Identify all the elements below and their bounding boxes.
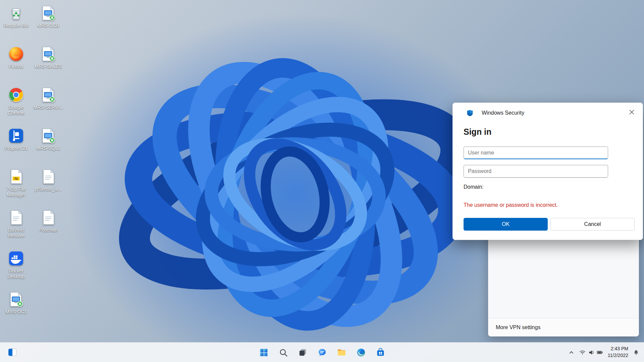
task-view-button[interactable]: [295, 345, 310, 360]
desktop-icon-docker-desktop[interactable]: Docker Desktop: [0, 248, 32, 289]
desktop-icon-mrs-dcb[interactable]: MRS-DCB: [32, 3, 64, 44]
desktop-icon-7-zip-file-manager[interactable]: 7z7-Zip File Manager: [0, 166, 32, 207]
chevron-up-icon: [568, 349, 575, 356]
rdp-icon: [8, 291, 24, 308]
desktop-icon-label: MRS-SERVI...: [33, 105, 63, 110]
desktop-icon-label: Recycle Bin: [4, 23, 29, 28]
search-icon: [278, 348, 288, 357]
desktop-icon-mrs-sql1[interactable]: MRS-SQL1: [32, 125, 64, 166]
microsoft-store-icon: [376, 348, 385, 357]
taskbar-tray: 2:43 PM 11/2/2022: [566, 343, 641, 362]
tray-date: 11/2/2022: [608, 352, 628, 359]
task-view-icon: [298, 348, 308, 357]
edge-icon: [356, 348, 366, 357]
tray-time: 2:43 PM: [608, 346, 628, 352]
taskbar: 2:43 PM 11/2/2022: [0, 342, 644, 362]
widgets-button[interactable]: [5, 345, 20, 360]
more-vpn-settings-link[interactable]: More VPN settings: [496, 324, 540, 330]
desktop-icon-pfsense-ik[interactable]: pfSense_ik...: [32, 166, 64, 207]
desktop-icon-label: Prophet 21: [5, 145, 28, 151]
edge-button[interactable]: [353, 345, 369, 360]
svg-text:7z: 7z: [14, 177, 18, 180]
windows-security-shield-icon: [466, 109, 474, 117]
microsoft-store-button[interactable]: [373, 345, 388, 360]
wifi-icon: [579, 349, 586, 356]
error-message: The username or password is incorrect.: [464, 202, 558, 208]
windows-desktop: Recycle BinFirefoxGoogle ChromeProphet 2…: [0, 0, 644, 362]
desktop-icon-label: MRS-SALES: [35, 64, 62, 69]
domain-label: Domain:: [464, 184, 484, 190]
desktop-icon-recycle-bin[interactable]: Recycle Bin: [0, 3, 32, 44]
desktop-icon-mrs-dc1[interactable]: MRS-DC1: [0, 289, 32, 330]
docker-icon: [8, 250, 24, 267]
notifications-icon: [633, 349, 639, 356]
quick-settings-button[interactable]: [577, 345, 605, 359]
desktop-icon-column-1: Recycle BinFirefoxGoogle ChromeProphet 2…: [0, 3, 32, 330]
battery-icon: [597, 349, 603, 356]
desktop-icon-label: MRS-SQL1: [36, 145, 60, 151]
desktop-icon-postman[interactable]: Postman: [32, 207, 64, 248]
hidden-icons-button[interactable]: [566, 345, 577, 359]
close-button[interactable]: [625, 106, 638, 118]
ok-button[interactable]: OK: [464, 218, 548, 231]
desktop-icon-mrs-sales[interactable]: MRS-SALES: [32, 44, 64, 84]
file-explorer-button[interactable]: [334, 345, 349, 360]
start-button[interactable]: [256, 345, 271, 360]
desktop-icon-mrs-servi[interactable]: MRS-SERVI...: [32, 84, 64, 125]
close-icon: [629, 110, 634, 115]
chat-button[interactable]: [314, 345, 330, 360]
desktop-icon-firefox[interactable]: Firefox: [0, 44, 32, 84]
rdp-icon: [40, 127, 57, 144]
desktop-icon-davinci-resolve[interactable]: DaVinci Resolve: [0, 207, 32, 248]
rdp-icon: [40, 86, 57, 103]
zip7-icon: 7z: [8, 168, 24, 185]
desktop-icon-label: Google Chrome: [0, 105, 32, 116]
file-icon: [8, 209, 24, 226]
username-input[interactable]: [464, 146, 608, 159]
desktop-icon-label: 7-Zip File Manager: [0, 186, 32, 197]
volume-icon: [588, 349, 594, 356]
widgets-icon: [7, 347, 17, 357]
desktop-icon-label: Docker Desktop: [0, 268, 32, 279]
firefox-icon: [8, 46, 24, 62]
taskbar-pinned-apps: [256, 343, 388, 362]
recycle-bin-icon: [8, 5, 24, 21]
windows-security-dialog: Windows Security Sign in Domain: The use…: [452, 103, 643, 240]
desktop-icon-label: MRS-DCB: [37, 23, 59, 28]
desktop-icon-google-chrome[interactable]: Google Chrome: [0, 84, 32, 125]
desktop-icon-label: Firefox: [9, 64, 23, 69]
rdp-icon: [40, 5, 57, 21]
dialog-title: Windows Security: [482, 110, 524, 116]
chat-icon: [317, 348, 327, 357]
file-explorer-icon: [337, 348, 346, 357]
desktop-icon-prophet-21[interactable]: Prophet 21: [0, 125, 32, 166]
rdp-icon: [40, 46, 57, 62]
prophet-icon: [8, 127, 24, 144]
search-button[interactable]: [275, 345, 291, 360]
desktop-icon-label: DaVinci Resolve: [0, 227, 32, 238]
file-icon: [40, 209, 57, 226]
cancel-button[interactable]: Cancel: [550, 218, 635, 231]
notifications-button[interactable]: [631, 345, 641, 359]
vpn-flyout-footer: More VPN settings: [488, 318, 639, 336]
password-input[interactable]: [464, 165, 608, 178]
file-icon: [40, 168, 57, 185]
desktop-icon-label: Postman: [39, 227, 57, 233]
desktop-icon-label: pfSense_ik...: [35, 186, 62, 192]
desktop-icon-label: MRS-DC1: [5, 309, 27, 315]
clock-button[interactable]: 2:43 PM 11/2/2022: [606, 345, 630, 359]
start-icon: [259, 348, 269, 357]
sign-in-heading: Sign in: [464, 127, 491, 137]
chrome-icon: [8, 86, 24, 103]
desktop-icon-column-2: MRS-DCBMRS-SALESMRS-SERVI...MRS-SQL1pfSe…: [32, 3, 64, 248]
